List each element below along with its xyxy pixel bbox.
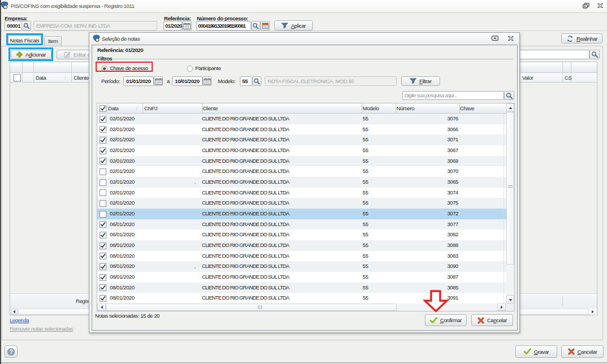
svg-text:?: ?	[10, 349, 13, 355]
